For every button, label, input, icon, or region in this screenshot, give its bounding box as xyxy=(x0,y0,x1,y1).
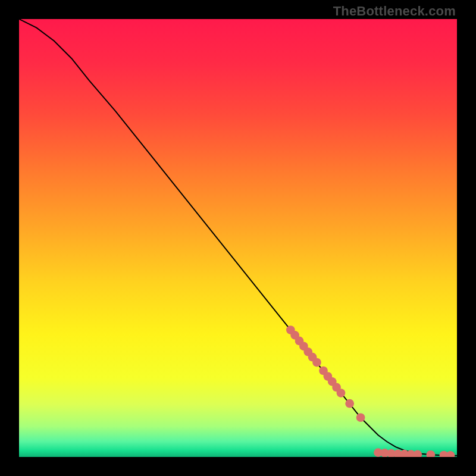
marker-group xyxy=(286,325,455,457)
data-marker xyxy=(337,389,346,397)
attribution-label: TheBottleneck.com xyxy=(333,4,456,19)
data-marker xyxy=(426,450,435,457)
plot-area xyxy=(19,19,457,457)
chart-overlay xyxy=(19,19,457,457)
data-marker xyxy=(356,413,365,422)
data-marker xyxy=(446,451,455,457)
main-curve xyxy=(19,19,457,456)
data-marker xyxy=(345,399,354,408)
data-marker xyxy=(413,450,422,457)
data-marker xyxy=(312,358,321,367)
chart-stage: TheBottleneck.com xyxy=(0,0,476,476)
